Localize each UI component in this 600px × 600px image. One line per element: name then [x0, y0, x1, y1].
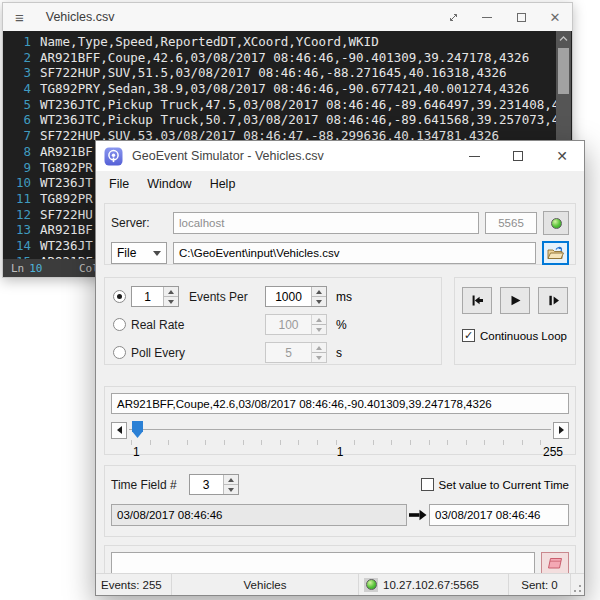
events-per-label: Events Per [189, 290, 248, 304]
editor-line: 2AR921BFF,Coupe,42.6,03/08/2017 08:46:46… [3, 50, 556, 66]
editor-titlebar: ≡ Vehicles.csv ✕ [3, 3, 572, 31]
events-count-status: Events: 255 [96, 574, 172, 595]
time-field-label: Time Field # [111, 478, 177, 492]
skip-to-start-button[interactable] [462, 287, 492, 314]
percent-unit-label: % [336, 318, 433, 332]
menubar: File Window Help [96, 171, 584, 198]
time-from-field[interactable]: 03/08/2017 08:46:46 [111, 504, 407, 526]
server-port-field[interactable]: 5565 [485, 212, 537, 234]
menu-file[interactable]: File [100, 174, 138, 195]
connect-button[interactable] [543, 211, 569, 235]
set-current-time-label: Set value to Current Time [439, 479, 569, 491]
seconds-unit-label: s [336, 346, 433, 360]
feed-name-status: Vehicles [172, 574, 359, 595]
menu-window[interactable]: Window [138, 174, 200, 195]
step-forward-icon [546, 293, 561, 308]
slider-max-label: 255 [543, 445, 563, 459]
menu-help[interactable]: Help [201, 174, 245, 195]
resize-grip[interactable] [571, 574, 584, 595]
simulator-titlebar: GeoEvent Simulator - Vehicles.csv ✕ [96, 141, 584, 171]
skip-start-icon [470, 293, 485, 308]
left-arrow-icon [117, 426, 122, 434]
poll-every-label: Poll Every [131, 346, 265, 360]
ms-unit-label: ms [336, 290, 433, 304]
simulator-window: GeoEvent Simulator - Vehicles.csv ✕ File… [95, 140, 585, 596]
connection-group: Server: localhost 5565 File C:\GeoEvent\… [104, 203, 576, 265]
connection-orb-icon [366, 579, 377, 590]
time-field-spinner[interactable]: 3 [189, 474, 239, 495]
slider-left-button[interactable] [111, 422, 127, 439]
simulator-title: GeoEvent Simulator - Vehicles.csv [132, 149, 324, 163]
events-per-radio[interactable] [113, 290, 126, 303]
scroll-up-icon[interactable] [556, 31, 571, 46]
editor-line: 1Name,Type,Speed,ReportedDT,XCoord,YCoor… [3, 34, 556, 50]
eraser-icon [546, 557, 564, 570]
server-label: Server: [111, 216, 173, 230]
right-arrow-icon [559, 426, 564, 434]
slider-current-label: 1 [337, 445, 344, 459]
maximize-icon[interactable] [496, 141, 540, 171]
continuous-loop-label: Continuous Loop [480, 330, 567, 342]
play-icon [508, 293, 523, 308]
editor-title: Vehicles.csv [46, 10, 115, 24]
minimize-icon[interactable] [452, 141, 496, 171]
real-rate-label: Real Rate [131, 318, 265, 332]
compact-overlay-icon[interactable] [436, 3, 470, 31]
simulator-statusbar: Events: 255 Vehicles 10.27.102.67:5565 S… [96, 573, 584, 595]
file-path-field[interactable]: C:\GeoEvent\input\Vehicles.csv [173, 242, 536, 264]
events-interval-spinner[interactable]: 1000 [265, 286, 327, 307]
progress-field [111, 552, 535, 574]
continuous-loop-checkbox[interactable]: ✓ [462, 329, 475, 342]
clear-button[interactable] [541, 552, 569, 575]
time-to-field[interactable]: 03/08/2017 08:46:46 [429, 504, 569, 526]
real-rate-radio[interactable] [113, 318, 126, 331]
play-button[interactable] [500, 287, 530, 314]
time-group: Time Field # 3 Set value to Current Time… [104, 465, 576, 537]
spinner-buttons[interactable] [223, 475, 238, 494]
minimize-icon[interactable] [470, 3, 504, 31]
open-folder-icon [547, 246, 564, 260]
hamburger-menu-icon[interactable]: ≡ [15, 10, 24, 25]
slider-min-label: 1 [133, 445, 140, 459]
slider-right-button[interactable] [553, 422, 569, 439]
editor-line: 6WT236JTC,Pickup Truck,50.7,03/08/2017 0… [3, 112, 556, 128]
spinner-buttons[interactable] [311, 287, 326, 306]
real-rate-spinner: 100 [265, 314, 327, 335]
spinner-buttons[interactable] [163, 287, 178, 306]
connection-orb-icon [551, 218, 562, 229]
browse-file-button[interactable] [542, 241, 569, 265]
event-slider[interactable] [129, 421, 551, 439]
slider-thumb[interactable] [132, 421, 143, 438]
editor-line: 5WT236JTC,Pickup Truck,47.5,03/08/2017 0… [3, 97, 556, 113]
event-slider-group: AR921BFF,Coupe,42.6,03/08/2017 08:46:46,… [104, 386, 576, 455]
arrow-right-icon [407, 509, 429, 521]
current-event-field[interactable]: AR921BFF,Coupe,42.6,03/08/2017 08:46:46,… [111, 393, 569, 414]
endpoint-status: 10.27.102.67:5565 [359, 574, 509, 595]
step-forward-button[interactable] [538, 287, 568, 314]
set-current-time-checkbox[interactable] [421, 478, 434, 491]
close-icon[interactable]: ✕ [538, 3, 572, 31]
sent-count-status: Sent: 0 [509, 574, 571, 595]
poll-spinner: 5 [265, 342, 327, 363]
events-count-spinner[interactable]: 1 [131, 286, 179, 307]
playback-group: ✓ Continuous Loop [454, 277, 576, 365]
chevron-down-icon [153, 251, 161, 256]
slider-track[interactable] [129, 429, 551, 430]
editor-line: 3SF722HUP,SUV,51.5,03/08/2017 08:46:46,-… [3, 65, 556, 81]
close-icon[interactable]: ✕ [540, 141, 584, 171]
source-type-dropdown[interactable]: File [111, 242, 167, 264]
maximize-icon[interactable] [504, 3, 538, 31]
rate-group: 1 Events Per 1000 ms Real Rate 100 % [104, 277, 442, 365]
editor-line: 4TG892PRY,Sedan,38.9,03/08/2017 08:46:46… [3, 81, 556, 97]
scrollbar-thumb[interactable] [558, 48, 569, 94]
geoevent-logo-icon [104, 147, 123, 166]
poll-every-radio[interactable] [113, 346, 126, 359]
server-host-field[interactable]: localhost [173, 212, 479, 234]
